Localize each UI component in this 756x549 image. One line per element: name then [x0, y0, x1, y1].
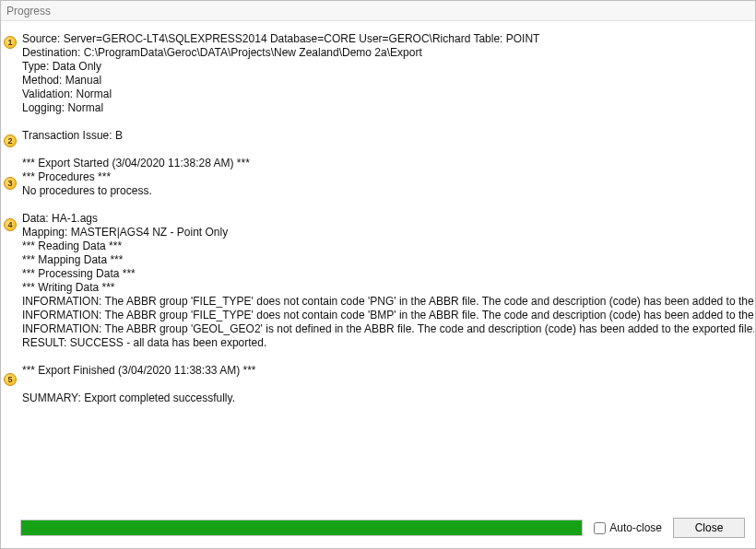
log-text: Source: Server=GEROC-LT4\SQLEXPRESS2014 … — [22, 32, 745, 405]
autoclose-container[interactable]: Auto-close — [594, 521, 662, 534]
progress-bar — [20, 520, 583, 536]
progress-fill — [21, 520, 582, 535]
log-area: Source: Server=GEROC-LT4\SQLEXPRESS2014 … — [2, 21, 754, 510]
dialog-content: 12345 Source: Server=GEROC-LT4\SQLEXPRES… — [2, 21, 754, 547]
progress-dialog: Progress 12345 Source: Server=GEROC-LT4\… — [0, 0, 756, 549]
close-button[interactable]: Close — [673, 518, 745, 538]
autoclose-checkbox[interactable] — [594, 522, 606, 534]
window-title: Progress — [1, 1, 755, 21]
footer: Auto-close Close — [2, 510, 754, 547]
autoclose-label: Auto-close — [609, 521, 662, 534]
